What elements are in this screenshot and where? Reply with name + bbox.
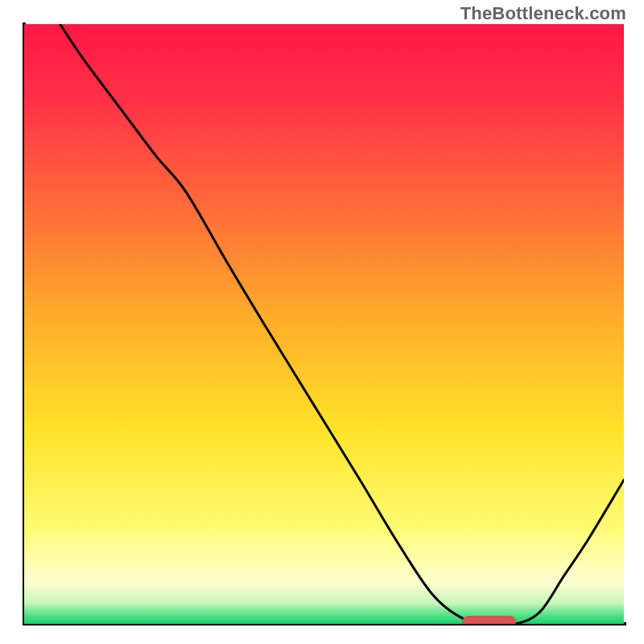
plot-area (24, 24, 624, 624)
bottleneck-curve (60, 24, 624, 624)
bottleneck-chart: TheBottleneck.com (0, 0, 644, 644)
curve-layer (24, 24, 624, 624)
optimal-marker (462, 616, 516, 625)
attribution-label: TheBottleneck.com (460, 3, 626, 24)
